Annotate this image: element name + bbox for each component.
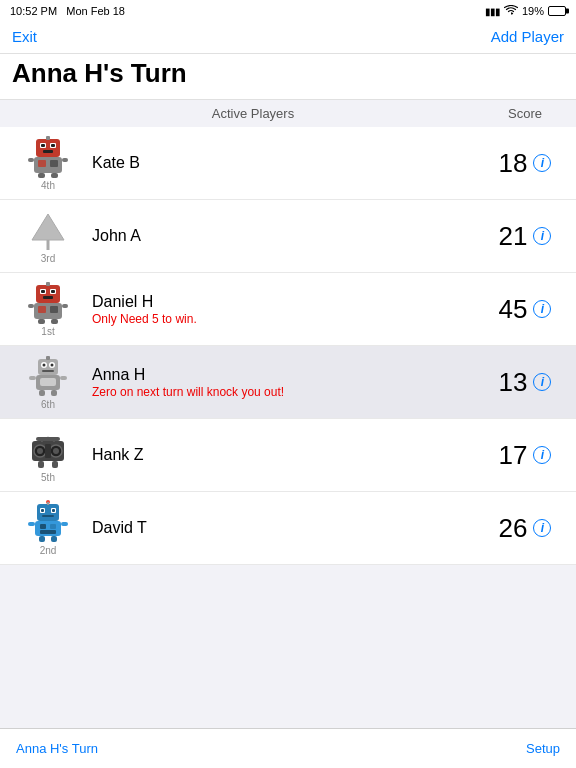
player-info: Hank Z <box>88 446 490 464</box>
svg-rect-26 <box>38 319 45 324</box>
svg-rect-9 <box>50 160 58 167</box>
svg-rect-19 <box>41 290 45 293</box>
svg-rect-49 <box>36 437 60 441</box>
svg-rect-59 <box>47 502 49 505</box>
score-value: 17 <box>499 440 528 471</box>
svg-rect-29 <box>62 304 68 308</box>
avatar-container: 2nd <box>8 500 88 556</box>
player-row[interactable]: 2nd David T 26 i <box>0 492 576 565</box>
svg-rect-42 <box>60 376 67 380</box>
svg-rect-51 <box>52 461 58 468</box>
svg-rect-11 <box>51 173 58 178</box>
svg-rect-61 <box>40 524 46 529</box>
svg-rect-50 <box>38 461 44 468</box>
add-player-button[interactable]: Add Player <box>491 28 564 45</box>
svg-rect-67 <box>61 522 68 526</box>
player-note: Only Need 5 to win. <box>92 312 490 326</box>
player-name: Anna H <box>92 366 490 384</box>
svg-rect-66 <box>28 522 35 526</box>
svg-rect-57 <box>42 515 54 517</box>
info-icon[interactable]: i <box>533 227 551 245</box>
svg-rect-24 <box>38 306 46 313</box>
score-header: Score <box>490 106 560 121</box>
svg-point-33 <box>43 364 46 367</box>
player-note: Zero on next turn will knock you out! <box>92 385 490 399</box>
player-name: Daniel H <box>92 293 490 311</box>
player-info: John A <box>88 227 490 245</box>
rank-label: 5th <box>41 472 55 483</box>
score-area: 45 i <box>490 294 560 325</box>
nav-bar: Exit Add Player <box>0 22 576 54</box>
score-area: 26 i <box>490 513 560 544</box>
svg-rect-56 <box>52 509 55 512</box>
svg-rect-65 <box>51 536 57 542</box>
page-title: Anna H's Turn <box>12 58 564 89</box>
player-row[interactable]: 4th Kate B 18 i <box>0 127 576 200</box>
svg-rect-27 <box>51 319 58 324</box>
score-value: 26 <box>499 513 528 544</box>
svg-point-34 <box>51 364 54 367</box>
svg-rect-25 <box>50 306 58 313</box>
player-row[interactable]: 3rd John A 21 i <box>0 200 576 273</box>
svg-rect-64 <box>39 536 45 542</box>
player-info: David T <box>88 519 490 537</box>
score-value: 18 <box>499 148 528 179</box>
info-icon[interactable]: i <box>533 154 551 172</box>
svg-rect-62 <box>50 524 56 529</box>
svg-rect-8 <box>38 160 46 167</box>
info-icon[interactable]: i <box>533 373 551 391</box>
svg-rect-28 <box>28 304 34 308</box>
player-row[interactable]: 5th Hank Z 17 i <box>0 419 576 492</box>
wifi-icon <box>504 5 518 18</box>
info-icon[interactable]: i <box>533 519 551 537</box>
avatar-container: 5th <box>8 427 88 483</box>
page-title-area: Anna H's Turn <box>0 54 576 100</box>
active-players-header: Active Players <box>16 106 490 121</box>
exit-button[interactable]: Exit <box>12 28 37 45</box>
player-name: Kate B <box>92 154 490 172</box>
svg-rect-20 <box>51 290 55 293</box>
svg-rect-63 <box>40 530 56 534</box>
info-icon[interactable]: i <box>533 300 551 318</box>
svg-rect-40 <box>51 390 57 396</box>
avatar-container: 4th <box>8 135 88 191</box>
status-right: ▮▮▮ 19% <box>485 5 566 18</box>
svg-rect-10 <box>38 173 45 178</box>
score-area: 18 i <box>490 148 560 179</box>
score-value: 45 <box>499 294 528 325</box>
svg-rect-30 <box>38 359 58 375</box>
player-row[interactable]: 1st Daniel H Only Need 5 to win. 45 i <box>0 273 576 346</box>
svg-rect-22 <box>46 282 50 286</box>
svg-rect-21 <box>43 296 53 299</box>
svg-rect-38 <box>40 378 56 386</box>
svg-rect-48 <box>45 444 51 458</box>
score-value: 21 <box>499 221 528 252</box>
avatar-container: 1st <box>8 281 88 337</box>
score-value: 13 <box>499 367 528 398</box>
info-icon[interactable]: i <box>533 446 551 464</box>
svg-rect-0 <box>36 139 60 157</box>
battery-percent: 19% <box>522 5 544 17</box>
signal-icon: ▮▮▮ <box>485 6 500 17</box>
svg-rect-55 <box>41 509 44 512</box>
player-name: John A <box>92 227 490 245</box>
svg-rect-12 <box>28 158 34 162</box>
player-name: Hank Z <box>92 446 490 464</box>
player-info: Anna H Zero on next turn will knock you … <box>88 366 490 399</box>
status-day: Mon Feb 18 <box>66 5 125 17</box>
player-info: Daniel H Only Need 5 to win. <box>88 293 490 326</box>
rank-label: 3rd <box>41 253 55 264</box>
table-header: Active Players Score <box>0 100 576 127</box>
avatar-container: 6th <box>8 354 88 410</box>
player-name: David T <box>92 519 490 537</box>
rank-label: 2nd <box>40 545 57 556</box>
svg-rect-36 <box>46 356 50 360</box>
status-time: 10:52 PM <box>10 5 57 17</box>
tab-left[interactable]: Anna H's Turn <box>16 741 98 756</box>
svg-rect-39 <box>39 390 45 396</box>
score-area: 17 i <box>490 440 560 471</box>
score-area: 13 i <box>490 367 560 398</box>
tab-right[interactable]: Setup <box>526 741 560 756</box>
svg-marker-14 <box>32 214 64 240</box>
player-row[interactable]: 6th Anna H Zero on next turn will knock … <box>0 346 576 419</box>
